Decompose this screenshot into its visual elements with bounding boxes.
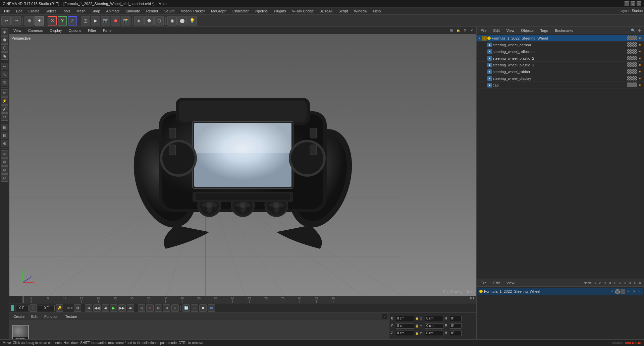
menu-mesh[interactable]: Mesh <box>74 8 88 14</box>
tree-vis-root[interactable] <box>627 36 632 40</box>
tree-render-carbon[interactable] <box>632 42 637 47</box>
key-button[interactable]: 🔑 <box>56 304 63 312</box>
menu-simulate[interactable]: Simulate <box>123 8 143 14</box>
obj-tab-edit[interactable]: Edit <box>491 28 502 33</box>
play-reverse-button[interactable]: ◀ <box>102 304 109 312</box>
tree-lock-display[interactable]: ■ <box>637 76 643 81</box>
tree-vis-carbon[interactable] <box>627 42 632 47</box>
tree-item-root[interactable]: ▼ L Formula_1_2022_Steering_Wheel ■ <box>477 35 644 42</box>
playback-button[interactable]: 📸 <box>121 16 130 25</box>
maximize-button[interactable]: □ <box>631 1 635 6</box>
mat-tab-edit[interactable]: Edit <box>29 314 40 319</box>
motion-path-button[interactable]: ⬟ <box>199 304 207 312</box>
attr-tab-view[interactable]: View <box>504 280 517 286</box>
menu-window[interactable]: Window <box>351 8 370 14</box>
tree-vis-reflection[interactable] <box>627 49 632 54</box>
menu-plugins[interactable]: Plugins <box>271 8 288 14</box>
viewport-nav-display[interactable]: Display <box>48 28 64 33</box>
viewport-nav-view[interactable]: View <box>11 28 23 33</box>
timeline-view-button[interactable]: ⊞ <box>208 304 215 312</box>
frame-input[interactable] <box>38 305 55 311</box>
light-button[interactable]: 💡 <box>187 16 197 25</box>
obj-tab-objects[interactable]: Objects <box>519 28 535 33</box>
obj-settings-icon[interactable]: ⚙ <box>637 28 642 33</box>
current-frame-input[interactable] <box>15 305 29 311</box>
attr-checker-1[interactable] <box>615 289 620 294</box>
tree-lock-root[interactable]: ■ <box>637 36 643 41</box>
attr-tab-edit[interactable]: Edit <box>491 280 502 286</box>
hpb-p-input[interactable] <box>450 323 462 329</box>
coord-y-input[interactable] <box>396 323 414 329</box>
obj-tab-file[interactable]: File <box>479 28 489 33</box>
hpb-h-input[interactable] <box>450 316 462 321</box>
menu-script[interactable]: Script <box>336 8 351 14</box>
keyframe-delete-button[interactable]: ⊘ <box>163 304 170 312</box>
tool-loop[interactable]: ⊕ <box>1 140 8 147</box>
tree-vis-display[interactable] <box>627 76 632 80</box>
tree-lock-reflection[interactable]: ■ <box>637 49 643 54</box>
attr-vis-icon[interactable]: 👁 <box>610 289 614 294</box>
attr-selected-row[interactable]: Formula_1_2022_Steering_Wheel 👁 ≡ ⚙ ✕ <box>478 288 643 295</box>
model-mode-button[interactable]: ✕ <box>48 16 57 25</box>
first-frame-button[interactable]: ⏮ <box>85 304 92 312</box>
z-axis-button[interactable]: Z <box>68 16 77 25</box>
tool-knife[interactable]: ✂ <box>1 113 8 121</box>
mat-tab-function[interactable]: Function <box>42 314 60 319</box>
rot-y-input[interactable] <box>425 323 443 329</box>
render-button[interactable]: ▶ <box>91 16 100 25</box>
tree-item-rubber[interactable]: ▲ steering_wheel_rubber ■ <box>477 68 644 75</box>
close-button[interactable]: ✕ <box>637 1 641 6</box>
tool-weld[interactable]: ⊗ <box>1 158 8 166</box>
undo-button[interactable]: ↩ <box>1 16 11 25</box>
tool-brush[interactable]: 🖌 <box>1 105 8 113</box>
prev-frame-button[interactable]: ◀◀ <box>93 304 101 312</box>
tree-render-root[interactable] <box>632 36 637 40</box>
coord-x-input[interactable] <box>396 316 414 321</box>
record-keyframe-button[interactable]: ⬛ <box>30 304 37 312</box>
viewport-nav-filter[interactable]: Filter <box>86 28 98 33</box>
tree-render-display[interactable] <box>632 76 637 80</box>
pingpong-button[interactable]: ↔ <box>191 304 198 312</box>
tool-magnet[interactable]: ⚡ <box>1 97 8 105</box>
tree-lock-plastic2[interactable]: ■ <box>637 56 643 61</box>
keyframe-auto-button[interactable]: ⊗ <box>155 304 162 312</box>
tool-move[interactable]: ↔ <box>1 63 8 70</box>
tree-item-display[interactable]: ▲ steering_wheel_display ■ <box>477 75 644 82</box>
mat-panel-drag[interactable]: ≡ <box>382 314 387 319</box>
obj-tab-view[interactable]: View <box>504 28 517 33</box>
tree-arrow-root[interactable]: ▼ <box>478 37 482 40</box>
tool-bevel[interactable]: ⊟ <box>1 132 8 139</box>
next-frame-button[interactable]: ▶▶ <box>118 304 126 312</box>
tree-render-cap[interactable] <box>632 82 637 87</box>
coord-x-lock[interactable]: 🔒 <box>415 317 419 320</box>
viewport-lock-icon[interactable]: 🔒 <box>455 28 461 33</box>
menu-3dtoall[interactable]: 3DToAll <box>317 8 335 14</box>
tree-render-plastic2[interactable] <box>632 56 637 60</box>
point-button[interactable]: ⬡ <box>154 16 164 25</box>
tool-connect[interactable]: ⊙ <box>1 174 8 182</box>
coord-z-lock[interactable]: 🔒 <box>415 332 419 335</box>
y-axis-button[interactable]: Y <box>58 16 67 25</box>
timeline-ruler[interactable]: 0 5 10 15 20 25 30 35 40 45 50 55 60 65 … <box>9 296 476 303</box>
tree-render-reflection[interactable] <box>632 49 637 54</box>
menu-create[interactable]: Create <box>26 8 42 14</box>
select-tool-button[interactable]: ✦ <box>35 16 44 25</box>
menu-select[interactable]: Select <box>43 8 59 14</box>
tool-select-uv[interactable]: ◉ <box>1 52 8 60</box>
tree-render-rubber[interactable] <box>632 69 637 74</box>
tree-item-carbon[interactable]: ▲ steering_wheel_carbon ■ <box>477 42 644 48</box>
attr-checker-2[interactable] <box>621 289 625 294</box>
viewport-close-icon[interactable]: ✕ <box>469 28 474 33</box>
polygon-button[interactable]: ◈ <box>134 16 144 25</box>
tool-split[interactable]: ⊘ <box>1 166 8 174</box>
rot-z-input[interactable] <box>425 331 443 336</box>
timeline-position-indicator[interactable] <box>23 296 23 303</box>
menu-mograph[interactable]: MoGraph <box>208 8 229 14</box>
tool-extrude[interactable]: ⊞ <box>1 124 8 131</box>
tool-draw[interactable]: ✏ <box>1 89 8 97</box>
hpb-b-input[interactable] <box>450 331 462 336</box>
keyframe-add-button[interactable]: ⊕ <box>146 304 154 312</box>
menu-snap[interactable]: Snap <box>89 8 103 14</box>
viewport-nav-cameras[interactable]: Cameras <box>26 28 45 33</box>
coord-y-lock[interactable]: 🔒 <box>415 324 419 328</box>
